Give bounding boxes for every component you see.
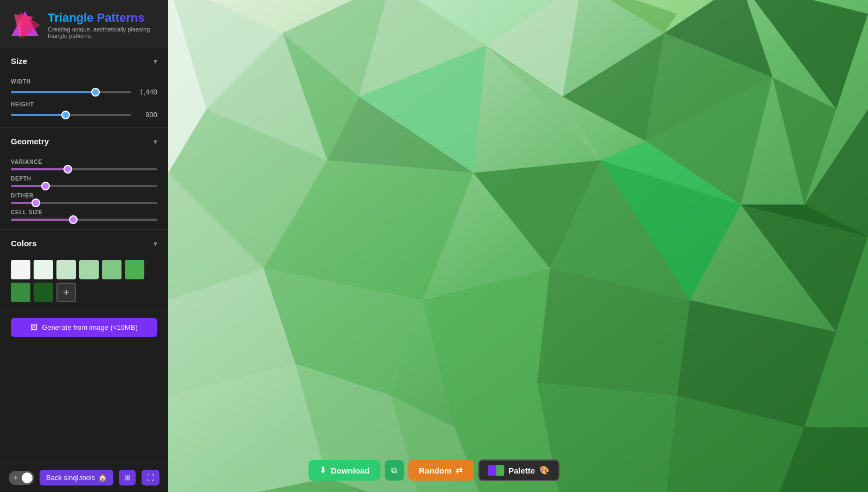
generate-btn-label: Generate from image (<10MB) (42, 323, 138, 331)
color-swatch-4[interactable] (102, 260, 122, 279)
geometry-section: Geometry ▾ VARIANCE DEPTH DITHER CELL SI… (0, 128, 168, 230)
theme-toggle[interactable]: ☀ (9, 471, 34, 485)
fullscreen-button[interactable]: ⛶ (142, 470, 159, 485)
cellsize-label: CELL SIZE (11, 209, 157, 215)
colors-section-header[interactable]: Colors ▾ (0, 230, 168, 253)
color-swatch-6[interactable] (11, 283, 30, 302)
canvas-area (168, 0, 868, 492)
height-label: HEIGHT (11, 101, 157, 107)
geometry-section-header[interactable]: Geometry ▾ (0, 128, 168, 151)
colors-section: Colors ▾ + (0, 230, 168, 311)
copy-button[interactable]: ⧉ (385, 460, 404, 481)
triangle-pattern (168, 0, 868, 492)
random-label: Random (419, 466, 451, 475)
palette-preview (488, 465, 504, 476)
palette-label: Palette (508, 466, 535, 475)
sidebar-header: Triangle Patterns Creating unique, aesth… (0, 0, 168, 48)
size-section-title: Size (11, 56, 27, 66)
colors-section-content: + (0, 253, 168, 311)
colors-chevron-icon: ▾ (154, 239, 157, 248)
height-row: 900 (11, 111, 157, 119)
download-button[interactable]: ⬇ Download (309, 460, 381, 481)
color-swatch-3[interactable] (79, 260, 99, 279)
depth-slider[interactable] (11, 185, 157, 187)
dither-label: DITHER (11, 193, 157, 199)
back-label: Back sinqi.tools (46, 474, 95, 482)
color-swatch-2[interactable] (56, 260, 76, 279)
color-swatch-0[interactable] (11, 260, 30, 279)
color-swatches: + (11, 260, 157, 302)
fullscreen-icon: ⛶ (147, 474, 154, 482)
size-section-content: WIDTH 1,440 HEIGHT 900 (0, 71, 168, 127)
colors-section-title: Colors (11, 239, 37, 248)
width-row: 1,440 (11, 88, 157, 96)
variance-row (11, 168, 157, 170)
sidebar: Triangle Patterns Creating unique, aesth… (0, 0, 168, 492)
color-swatch-7[interactable] (34, 283, 53, 302)
copy-icon: ⧉ (391, 465, 397, 475)
moon-icon: ☀ (10, 474, 21, 482)
grid-button[interactable]: ⊞ (119, 470, 136, 485)
random-button[interactable]: Random ⇄ (408, 460, 474, 481)
size-section: Size ▾ WIDTH 1,440 HEIGHT 900 (0, 48, 168, 128)
width-slider[interactable] (11, 91, 131, 93)
app-title: Triangle Patterns (48, 11, 159, 25)
depth-row (11, 185, 157, 187)
color-swatch-1[interactable] (34, 260, 53, 279)
sidebar-footer: ☀ Back sinqi.tools 🏠 ⊞ ⛶ (0, 463, 168, 492)
app-subtitle: Creating unique, aesthetically pleasing … (48, 26, 159, 39)
logo-icon (9, 9, 41, 41)
back-button[interactable]: Back sinqi.tools 🏠 (40, 470, 113, 485)
geometry-section-title: Geometry (11, 137, 49, 146)
image-icon: 🖼 (30, 323, 37, 331)
variance-slider[interactable] (11, 168, 157, 170)
palette-half-green (496, 465, 504, 476)
bottom-action-bar: ⬇ Download ⧉ Random ⇄ Palette 🎨 (309, 459, 560, 481)
logo-text-block: Triangle Patterns Creating unique, aesth… (48, 11, 159, 39)
toggle-knob (22, 472, 33, 483)
generate-from-image-button[interactable]: 🖼 Generate from image (<10MB) (11, 318, 157, 337)
width-value: 1,440 (137, 88, 157, 96)
palette-button[interactable]: Palette 🎨 (478, 459, 559, 481)
color-swatch-5[interactable] (125, 260, 144, 279)
width-label: WIDTH (11, 79, 157, 85)
home-icon: 🏠 (98, 474, 107, 482)
cellsize-row (11, 219, 157, 221)
depth-label: DEPTH (11, 176, 157, 182)
dither-slider[interactable] (11, 202, 157, 204)
palette-half-purple (488, 465, 496, 476)
shuffle-icon: ⇄ (456, 465, 463, 475)
grid-icon: ⊞ (124, 474, 130, 482)
size-section-header[interactable]: Size ▾ (0, 48, 168, 71)
palette-icon: 🎨 (539, 465, 550, 475)
cellsize-slider[interactable] (11, 219, 157, 221)
height-value: 900 (137, 111, 157, 119)
size-chevron-icon: ▾ (154, 57, 157, 66)
download-icon: ⬇ (320, 465, 327, 475)
add-color-button[interactable]: + (56, 283, 76, 302)
geometry-section-content: VARIANCE DEPTH DITHER CELL SIZE (0, 151, 168, 229)
geometry-chevron-icon: ▾ (154, 137, 157, 146)
download-label: Download (331, 466, 370, 475)
dither-row (11, 202, 157, 204)
height-slider[interactable] (11, 114, 131, 116)
variance-label: VARIANCE (11, 159, 157, 165)
